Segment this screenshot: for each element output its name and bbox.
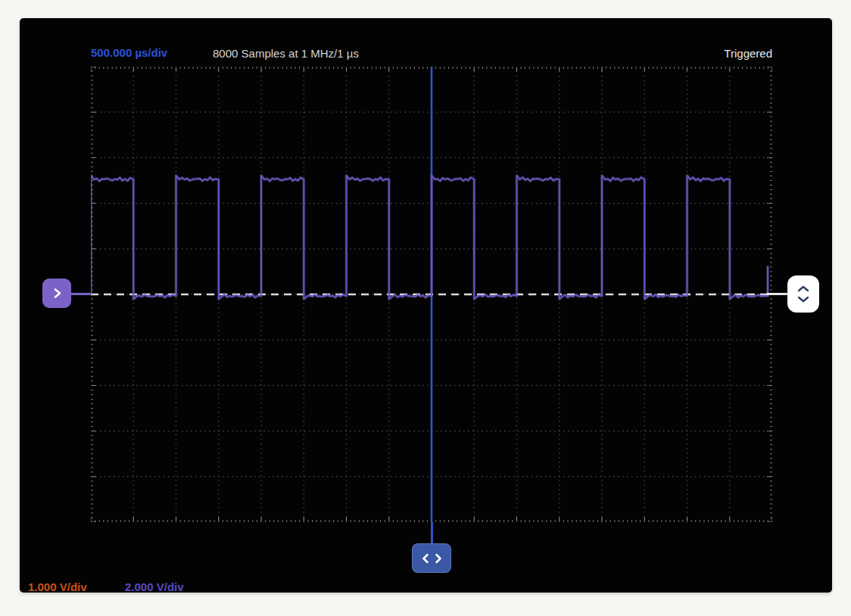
channel2-offset-handle[interactable]: [42, 278, 71, 308]
chevron-down-icon[interactable]: [797, 296, 809, 303]
trigger-status-label: Triggered: [724, 47, 772, 61]
trigger-position-handle[interactable]: [412, 543, 451, 573]
chevron-up-icon[interactable]: [797, 285, 809, 292]
scope-display[interactable]: [91, 67, 772, 522]
trigger-position-connector-line: [431, 522, 433, 543]
offset-connector-line: [70, 293, 92, 295]
app-window: 500.000 µs/div 8000 Samples at 1 MHz/1 µ…: [0, 0, 851, 616]
chevron-right-icon: [51, 288, 63, 299]
channel2-scale-label: 2.000 V/div: [125, 580, 184, 593]
chevron-left-icon: [422, 553, 429, 564]
samples-info-label: 8000 Samples at 1 MHz/1 µs: [213, 47, 359, 61]
trigger-level-handle[interactable]: [787, 275, 819, 313]
channel1-scale-label: 1.000 V/div: [28, 580, 87, 593]
timebase-label: 500.000 µs/div: [91, 46, 167, 60]
trigger-level-connector-line: [766, 293, 789, 295]
chevron-right-icon: [435, 553, 442, 564]
